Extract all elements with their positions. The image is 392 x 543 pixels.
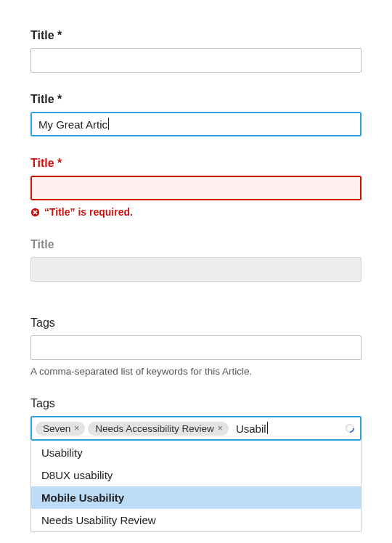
required-marker: * bbox=[57, 29, 62, 41]
autocomplete-dropdown: Usability D8UX usability Mobile Usabilit… bbox=[30, 441, 362, 532]
tags-input[interactable] bbox=[30, 335, 362, 360]
autocomplete-option[interactable]: Usability bbox=[31, 441, 361, 464]
tags-field-autocomplete: Tags Seven × Needs Accessibility Review … bbox=[30, 397, 362, 532]
chip-label: Needs Accessibility Review bbox=[95, 423, 214, 434]
required-marker: * bbox=[57, 157, 62, 169]
autocomplete-option[interactable]: Needs Usability Review bbox=[31, 509, 361, 531]
title-field-disabled: Title bbox=[30, 238, 362, 282]
chip-label: Seven bbox=[43, 423, 70, 434]
title-label-error: Title * bbox=[30, 157, 362, 170]
label-text: Title bbox=[30, 238, 54, 250]
loading-spinner-icon bbox=[345, 423, 355, 433]
autocomplete-option-selected[interactable]: Mobile Usability bbox=[31, 486, 361, 509]
title-field-focused: Title * My Great Artic bbox=[30, 93, 362, 136]
label-text: Title bbox=[30, 29, 54, 41]
title-input-disabled bbox=[30, 257, 362, 282]
tags-input-autocomplete[interactable]: Seven × Needs Accessibility Review × Usa… bbox=[30, 416, 362, 441]
error-icon bbox=[30, 208, 40, 217]
title-field: Title * bbox=[30, 29, 362, 73]
tag-chip: Seven × bbox=[36, 422, 85, 436]
input-value: My Great Artic bbox=[38, 118, 107, 131]
tags-label: Tags bbox=[30, 317, 362, 330]
text-cursor bbox=[267, 422, 268, 434]
title-label: Title * bbox=[30, 29, 362, 42]
autocomplete-option[interactable]: D8UX usability bbox=[31, 464, 361, 486]
tags-label: Tags bbox=[30, 397, 362, 410]
error-message-text: “Title” is required. bbox=[44, 206, 133, 218]
title-label: Title * bbox=[30, 93, 362, 106]
tag-chip: Needs Accessibility Review × bbox=[88, 422, 229, 436]
title-input[interactable] bbox=[30, 48, 362, 73]
label-text: Tags bbox=[30, 317, 55, 329]
tags-field: Tags A comma-separated list of keywords … bbox=[30, 317, 362, 377]
title-label-disabled: Title bbox=[30, 238, 362, 251]
label-text: Tags bbox=[30, 397, 55, 409]
error-message-row: “Title” is required. bbox=[30, 206, 362, 218]
label-text: Title bbox=[30, 93, 54, 105]
chip-remove-icon[interactable]: × bbox=[218, 423, 223, 433]
tag-typing-text: Usabil bbox=[236, 422, 266, 435]
tags-helper-text: A comma-separated list of keywords for t… bbox=[30, 366, 362, 377]
chip-remove-icon[interactable]: × bbox=[74, 423, 79, 433]
required-marker: * bbox=[57, 93, 62, 105]
title-input-error[interactable] bbox=[30, 176, 362, 200]
label-text: Title bbox=[30, 157, 54, 169]
title-input-focused[interactable]: My Great Artic bbox=[30, 112, 362, 136]
text-cursor bbox=[108, 118, 109, 130]
title-field-error: Title * “Title” is required. bbox=[30, 157, 362, 218]
